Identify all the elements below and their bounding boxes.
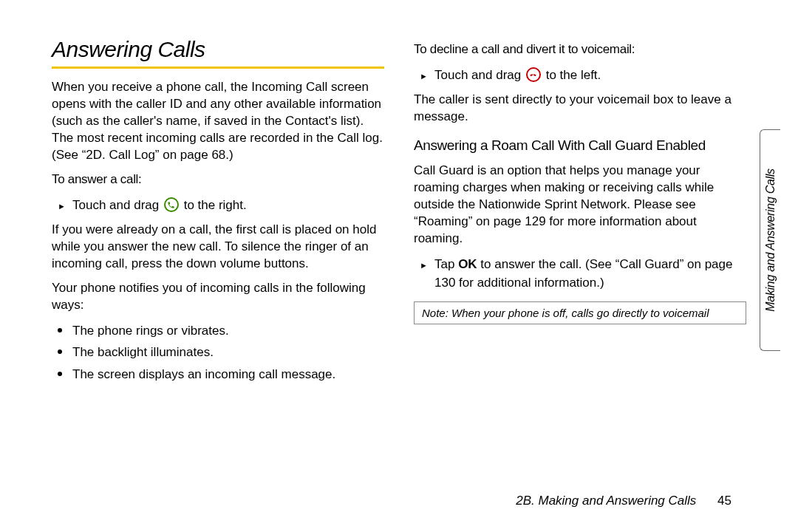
notify-paragraph: Your phone notifies you of incoming call… xyxy=(52,280,384,314)
answer-text-pre: Touch and drag xyxy=(72,198,163,212)
answer-list: Touch and drag to the right. xyxy=(52,196,384,215)
roam-step: Tap OK to answer the call. (See “Call Gu… xyxy=(414,255,746,293)
intro-paragraph: When you receive a phone call, the Incom… xyxy=(52,79,384,164)
roam-text-pre: Tap xyxy=(434,257,458,271)
roam-text-bold: OK xyxy=(458,257,477,271)
answer-subhead: To answer a call: xyxy=(52,171,384,188)
footer-section: 2B. Making and Answering Calls xyxy=(516,494,696,508)
note-box: Note: When your phone is off, calls go d… xyxy=(414,301,746,324)
answer-step: Touch and drag to the right. xyxy=(52,196,384,215)
notify-list: The phone rings or vibrates. The backlig… xyxy=(52,321,384,384)
right-column: To decline a call and divert it to voice… xyxy=(414,37,746,391)
decline-step: Touch and drag to the left. xyxy=(414,66,746,85)
notify-item: The backlight illuminates. xyxy=(52,343,384,362)
note-text: When your phone is off, calls go directl… xyxy=(449,307,709,319)
decline-text-pre: Touch and drag xyxy=(434,68,525,82)
decline-icon xyxy=(526,67,541,82)
page-footer: 2B. Making and Answering Calls 45 xyxy=(516,494,732,508)
decline-list: Touch and drag to the left. xyxy=(414,66,746,85)
answer-icon xyxy=(164,197,179,212)
roam-paragraph: Call Guard is an option that helps you m… xyxy=(414,163,746,248)
footer-page-number: 45 xyxy=(717,494,732,508)
page-title: Answering Calls xyxy=(52,37,384,62)
decline-paragraph: The caller is sent directly to your voic… xyxy=(414,92,746,126)
left-column: Answering Calls When you receive a phone… xyxy=(52,37,384,391)
notify-item: The screen displays an incoming call mes… xyxy=(52,365,384,384)
hold-paragraph: If you were already on a call, the first… xyxy=(52,222,384,273)
title-underline xyxy=(52,66,384,69)
note-label: Note: xyxy=(422,307,449,319)
answer-text-post: to the right. xyxy=(184,198,247,212)
roam-subhead: Answering a Roam Call With Call Guard En… xyxy=(414,136,746,155)
decline-subhead: To decline a call and divert it to voice… xyxy=(414,41,746,58)
side-tab-label: Making and Answering Calls xyxy=(764,168,777,311)
side-tab: Making and Answering Calls xyxy=(760,129,780,351)
roam-text-post: to answer the call. (See “Call Guard” on… xyxy=(434,257,732,290)
roam-list: Tap OK to answer the call. (See “Call Gu… xyxy=(414,255,746,293)
notify-item: The phone rings or vibrates. xyxy=(52,321,384,341)
decline-text-post: to the left. xyxy=(546,68,601,82)
